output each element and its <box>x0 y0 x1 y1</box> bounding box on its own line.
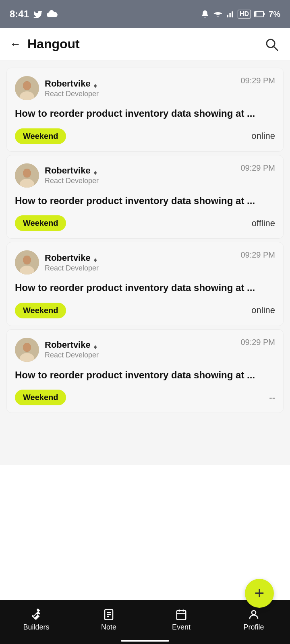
avatar <box>15 250 39 275</box>
post-body: How to reorder product inventory data sh… <box>15 368 275 382</box>
status-text: offline <box>252 218 275 229</box>
user-name: Robertvike <box>45 78 99 89</box>
post-footer: Weekend online <box>15 128 275 144</box>
post-user: Robertvike React Developer <box>15 76 99 100</box>
nav-item-event[interactable]: Event <box>145 609 218 632</box>
nav-label-builders: Builders <box>23 623 49 632</box>
status-left: 8:41 <box>10 8 58 20</box>
post-time: 09:29 PM <box>240 250 275 260</box>
nav-label-profile: Profile <box>243 623 264 632</box>
svg-rect-2 <box>232 11 233 17</box>
post-footer: Weekend offline <box>15 215 275 231</box>
tag-badge[interactable]: Weekend <box>15 390 66 405</box>
app-header: ← Hangout <box>0 28 290 60</box>
eth-icon <box>93 167 99 175</box>
svg-point-15 <box>23 169 31 178</box>
user-role: React Developer <box>45 351 99 359</box>
post-body: How to reorder product inventory data sh… <box>15 194 275 208</box>
post-body: How to reorder product inventory data sh… <box>15 107 275 120</box>
post-header: Robertvike React Developer 09:29 PM <box>15 76 275 100</box>
user-role: React Developer <box>45 90 99 98</box>
fab-plus-icon: + <box>255 585 265 602</box>
twitter-icon <box>33 10 43 19</box>
post-card[interactable]: Robertvike React Developer 09:29 PM How … <box>6 155 284 239</box>
svg-rect-24 <box>37 609 40 612</box>
user-info: Robertvike React Developer <box>45 78 99 98</box>
post-user: Robertvike React Developer <box>15 163 99 188</box>
status-bar: 8:41 HD 7% <box>0 0 290 28</box>
eth-icon <box>93 341 99 349</box>
post-time: 09:29 PM <box>240 163 275 173</box>
svg-rect-1 <box>229 13 230 18</box>
page-title: Hangout <box>27 37 80 52</box>
post-card[interactable]: Robertvike React Developer 09:29 PM How … <box>6 242 284 326</box>
post-time: 09:29 PM <box>240 76 275 85</box>
signal-icon <box>226 10 234 18</box>
avatar <box>15 76 39 100</box>
post-footer: Weekend online <box>15 303 275 318</box>
mute-icon <box>201 10 209 19</box>
cloud-icon <box>47 10 58 18</box>
nav-separator <box>121 640 169 642</box>
status-text: online <box>251 131 275 141</box>
user-name: Robertvike <box>45 340 99 350</box>
user-info: Robertvike React Developer <box>45 340 99 359</box>
user-role: React Developer <box>45 264 99 272</box>
fab-button[interactable]: + <box>245 579 274 608</box>
person-icon <box>248 609 260 621</box>
nav-item-profile[interactable]: Profile <box>218 609 290 632</box>
svg-rect-29 <box>177 611 186 620</box>
battery-icon <box>254 10 265 18</box>
post-body: How to reorder product inventory data sh… <box>15 281 275 295</box>
post-footer: Weekend -- <box>15 390 275 405</box>
nav-item-builders[interactable]: Builders <box>0 609 72 632</box>
hammer-icon <box>30 609 42 621</box>
header-left: ← Hangout <box>10 37 80 52</box>
svg-rect-4 <box>255 12 257 17</box>
user-info: Robertvike React Developer <box>45 253 99 272</box>
post-card[interactable]: Robertvike React Developer 09:29 PM How … <box>6 68 284 152</box>
tag-badge[interactable]: Weekend <box>15 128 66 144</box>
svg-rect-0 <box>227 15 228 18</box>
status-right: HD 7% <box>201 10 280 19</box>
eth-icon <box>93 254 99 262</box>
back-button[interactable]: ← <box>10 38 21 51</box>
battery-percent: 7% <box>269 10 280 19</box>
post-header: Robertvike React Developer 09:29 PM <box>15 250 275 275</box>
user-role: React Developer <box>45 177 99 185</box>
user-info: Robertvike React Developer <box>45 165 99 185</box>
post-card[interactable]: Robertvike React Developer 09:29 PM How … <box>6 329 284 413</box>
svg-point-33 <box>252 611 256 615</box>
avatar <box>15 163 39 188</box>
post-user: Robertvike React Developer <box>15 250 99 275</box>
svg-point-11 <box>23 81 31 90</box>
svg-point-19 <box>23 256 31 264</box>
tag-badge[interactable]: Weekend <box>15 215 66 231</box>
nav-label-note: Note <box>101 623 116 632</box>
nav-item-note[interactable]: Note <box>72 609 145 632</box>
wifi-icon <box>213 10 223 18</box>
tag-badge[interactable]: Weekend <box>15 303 66 318</box>
svg-rect-5 <box>263 13 265 15</box>
event-icon <box>175 609 187 621</box>
note-icon <box>103 609 115 621</box>
status-text: -- <box>269 392 275 403</box>
post-header: Robertvike React Developer 09:29 PM <box>15 163 275 188</box>
search-button[interactable] <box>263 35 280 53</box>
nav-label-event: Event <box>172 623 191 632</box>
post-header: Robertvike React Developer 09:29 PM <box>15 338 275 362</box>
post-user: Robertvike React Developer <box>15 338 99 362</box>
hd-badge: HD <box>238 10 251 19</box>
eth-icon <box>93 80 99 88</box>
user-name: Robertvike <box>45 165 99 176</box>
status-text: online <box>251 305 275 316</box>
svg-point-23 <box>23 343 31 352</box>
svg-line-7 <box>273 46 278 50</box>
search-icon <box>264 37 279 52</box>
avatar <box>15 338 39 362</box>
content-area: Robertvike React Developer 09:29 PM How … <box>0 60 290 465</box>
bottom-nav: Builders Note Event Profile <box>0 600 290 644</box>
user-name: Robertvike <box>45 253 99 263</box>
post-time: 09:29 PM <box>240 338 275 347</box>
status-time: 8:41 <box>10 8 29 20</box>
